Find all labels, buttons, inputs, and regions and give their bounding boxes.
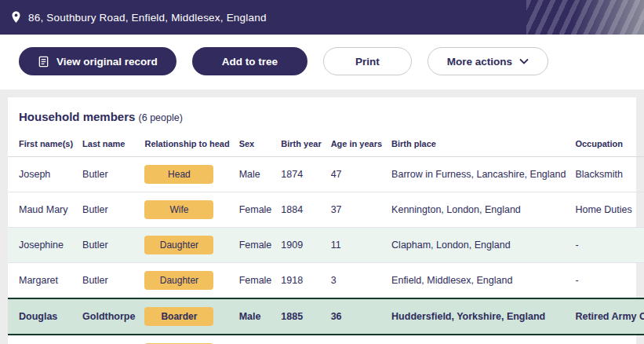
last-cell: Butler bbox=[78, 263, 140, 299]
occupation-cell: Home Duties bbox=[570, 192, 644, 228]
table-row[interactable]: JosephineButlerDaughterFemale190911Claph… bbox=[8, 228, 644, 263]
occupation-cell: Blacksmith bbox=[570, 157, 644, 192]
birth-year-cell: 1874 bbox=[276, 157, 326, 192]
relationship-cell: Wife bbox=[140, 192, 234, 228]
col-age: Age in years bbox=[326, 134, 387, 157]
col-sex: Sex bbox=[235, 134, 277, 157]
last-cell: Butler bbox=[78, 228, 140, 263]
address-text: 86, Southbury Road, Enfield, Middlesex, … bbox=[28, 12, 267, 24]
first-cell: Douglas bbox=[8, 298, 78, 335]
age-cell: 47 bbox=[326, 157, 387, 192]
age-cell: 3 bbox=[326, 263, 387, 299]
birth-place-cell: Huddersfield, Yorkshire, England bbox=[387, 298, 570, 335]
first-cell: Maud Mary bbox=[8, 192, 78, 228]
col-first-name: First name(s) bbox=[8, 134, 78, 157]
col-relationship: Relationship to head bbox=[140, 134, 234, 157]
age-cell: 11 bbox=[326, 228, 387, 263]
last-cell: Goldthorpe bbox=[78, 335, 140, 344]
table-row[interactable]: DouglasGoldthorpeBoarderMale188536Hudder… bbox=[8, 298, 644, 335]
household-members-panel: Household members (6 people) First name(… bbox=[8, 97, 636, 344]
relationship-cell: Daughter bbox=[140, 228, 234, 263]
add-to-tree-button[interactable]: Add to tree bbox=[192, 47, 307, 75]
age-cell: 37 bbox=[326, 192, 387, 228]
record-actions-toolbar: View original record Add to tree Print M… bbox=[0, 35, 644, 90]
relationship-badge: Head bbox=[144, 165, 213, 184]
background-photo bbox=[526, 0, 644, 35]
birth-year-cell: 1884 bbox=[276, 192, 326, 228]
col-last-name: Last name bbox=[78, 134, 140, 157]
relationship-cell: Boarder bbox=[140, 298, 234, 335]
last-cell: Butler bbox=[78, 192, 140, 228]
sex-cell: Female bbox=[235, 263, 277, 299]
panel-title: Household members (6 people) bbox=[8, 110, 636, 134]
col-birth-place: Birth place bbox=[387, 134, 570, 157]
chevron-down-icon bbox=[519, 58, 529, 64]
relationship-cell: Daughter bbox=[140, 263, 234, 299]
household-table-body: JosephButlerHeadMale187447Barrow in Furn… bbox=[8, 157, 644, 344]
occupation-cell: - bbox=[570, 263, 644, 299]
first-cell: Margaret bbox=[8, 263, 78, 299]
first-cell: Edith Annie bbox=[8, 335, 78, 344]
birth-year-cell: 1885 bbox=[276, 298, 326, 335]
birth-year-cell: 1918 bbox=[276, 263, 326, 299]
birth-year-cell: 1909 bbox=[276, 228, 326, 263]
col-birth-year: Birth year bbox=[276, 134, 326, 157]
more-actions-button[interactable]: More actions bbox=[428, 47, 548, 75]
last-cell: Butler bbox=[78, 157, 140, 192]
table-row[interactable]: Maud MaryButlerWifeFemale188437Kenningto… bbox=[8, 192, 644, 228]
household-table: First name(s) Last name Relationship to … bbox=[8, 134, 644, 344]
birth-place-cell: Kennington, London, England bbox=[387, 192, 570, 228]
table-row[interactable]: JosephButlerHeadMale187447Barrow in Furn… bbox=[8, 157, 644, 192]
first-cell: Joseph bbox=[8, 157, 78, 192]
address-bar: 86, Southbury Road, Enfield, Middlesex, … bbox=[0, 0, 644, 35]
birth-place-cell: Enfield, Middlesex, England bbox=[387, 263, 570, 299]
table-header: First name(s) Last name Relationship to … bbox=[8, 134, 644, 157]
sex-cell: Female bbox=[235, 192, 277, 228]
birth-place-cell: Barrow in Furness, Lancashire, England bbox=[387, 157, 570, 192]
relationship-badge: Daughter bbox=[144, 271, 213, 290]
age-cell: 36 bbox=[326, 298, 387, 335]
birth-year-cell: 1887 bbox=[276, 335, 326, 344]
relationship-cell: Boarder bbox=[140, 335, 234, 344]
sex-cell: Male bbox=[235, 298, 277, 335]
people-count: (6 people) bbox=[139, 112, 183, 123]
table-row[interactable]: MargaretButlerDaughterFemale19183Enfield… bbox=[8, 263, 644, 299]
age-cell: 34 bbox=[326, 335, 387, 344]
occupation-cell: - bbox=[570, 228, 644, 263]
first-cell: Josephine bbox=[8, 228, 78, 263]
relationship-cell: Head bbox=[140, 157, 234, 192]
relationship-badge: Daughter bbox=[144, 236, 213, 254]
household-members-heading: Household members bbox=[19, 110, 135, 123]
birth-place-cell: Clapham, London, England bbox=[387, 228, 570, 263]
relationship-badge: Wife bbox=[144, 200, 213, 219]
sex-cell: Female bbox=[235, 335, 277, 344]
document-icon bbox=[38, 56, 49, 68]
sex-cell: Male bbox=[235, 157, 277, 192]
col-occupation: Occupation bbox=[570, 134, 644, 157]
print-button[interactable]: Print bbox=[323, 47, 412, 75]
sex-cell: Female bbox=[235, 228, 277, 263]
relationship-badge: Boarder bbox=[144, 307, 213, 326]
last-cell: Goldthorpe bbox=[78, 298, 140, 335]
view-original-record-button[interactable]: View original record bbox=[19, 47, 176, 75]
occupation-cell: - bbox=[570, 335, 644, 344]
birth-place-cell: Shropshire, England bbox=[387, 335, 570, 344]
table-row[interactable]: Edith AnnieGoldthorpeBoarderFemale188734… bbox=[8, 335, 644, 344]
occupation-cell: Retired Army Office bbox=[570, 298, 644, 335]
location-pin-icon bbox=[11, 11, 21, 24]
